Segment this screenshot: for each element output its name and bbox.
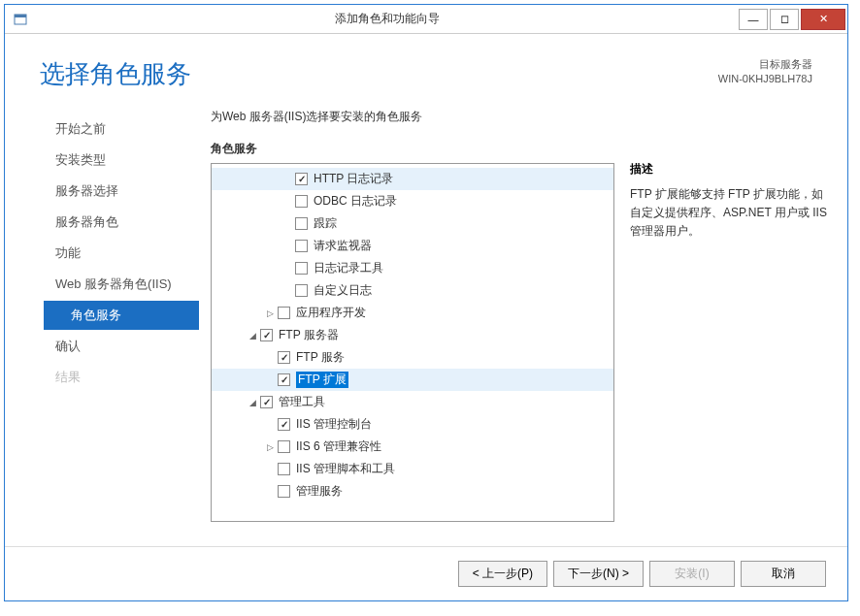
tree-checkbox[interactable] bbox=[295, 284, 308, 297]
target-server-name: WIN-0KHJ9BLH78J bbox=[718, 72, 812, 86]
description-panel: 描述 FTP 扩展能够支持 FTP 扩展功能，如自定义提供程序、ASP.NET … bbox=[614, 109, 828, 538]
tree-checkbox[interactable] bbox=[295, 262, 308, 275]
tree-checkbox[interactable] bbox=[278, 351, 290, 364]
cancel-button[interactable]: 取消 bbox=[741, 561, 826, 587]
description-title: 描述 bbox=[630, 161, 828, 178]
tree-checkbox[interactable] bbox=[278, 307, 290, 319]
previous-button[interactable]: < 上一步(P) bbox=[458, 561, 547, 587]
tree-checkbox[interactable] bbox=[278, 373, 290, 386]
expander-spacer bbox=[264, 419, 276, 431]
tree-checkbox[interactable] bbox=[278, 418, 290, 431]
header-row: 选择角色服务 目标服务器 WIN-0KHJ9BLH78J bbox=[5, 34, 847, 99]
tree-item-label: 日志记录工具 bbox=[314, 260, 383, 276]
tree-checkbox[interactable] bbox=[295, 195, 308, 208]
tree-item-label: 管理服务 bbox=[296, 483, 343, 500]
description-text: FTP 扩展能够支持 FTP 扩展功能，如自定义提供程序、ASP.NET 用户或… bbox=[630, 185, 828, 242]
tree-item-label: IIS 管理控制台 bbox=[296, 416, 372, 433]
close-button[interactable]: ✕ bbox=[801, 9, 845, 30]
center-panel: 为Web 服务器(IIS)选择要安装的角色服务 角色服务 HTTP 日志记录OD… bbox=[199, 109, 614, 538]
tree-item-label: 请求监视器 bbox=[314, 238, 372, 254]
tree-item-label: ODBC 日志记录 bbox=[314, 193, 397, 210]
tree-item-label: FTP 扩展 bbox=[296, 372, 348, 388]
window-controls: — ◻ ✕ bbox=[739, 9, 847, 30]
expander-icon[interactable]: ▷ bbox=[264, 441, 276, 453]
tree-item-0[interactable]: HTTP 日志记录 bbox=[212, 168, 613, 190]
tree-item-14[interactable]: 管理服务 bbox=[212, 480, 613, 503]
target-server-label: 目标服务器 bbox=[718, 57, 812, 72]
sidebar-item-4[interactable]: 功能 bbox=[44, 239, 199, 268]
tree-item-13[interactable]: IIS 管理脚本和工具 bbox=[212, 458, 613, 480]
button-row: < 上一步(P) 下一步(N) > 安装(I) 取消 bbox=[5, 546, 847, 600]
sidebar-item-8: 结果 bbox=[44, 363, 199, 392]
role-services-tree[interactable]: HTTP 日志记录ODBC 日志记录跟踪请求监视器日志记录工具自定义日志▷应用程… bbox=[211, 163, 614, 522]
svg-rect-1 bbox=[15, 15, 26, 17]
titlebar: 添加角色和功能向导 — ◻ ✕ bbox=[5, 5, 847, 34]
app-icon bbox=[13, 12, 28, 27]
tree-item-label: 跟踪 bbox=[314, 215, 337, 232]
tree-checkbox[interactable] bbox=[260, 329, 273, 341]
sidebar-item-5[interactable]: Web 服务器角色(IIS) bbox=[44, 270, 199, 299]
expander-spacer bbox=[281, 263, 293, 275]
tree-item-label: 应用程序开发 bbox=[296, 305, 366, 321]
instruction-text: 为Web 服务器(IIS)选择要安装的角色服务 bbox=[211, 109, 614, 125]
tree-item-3[interactable]: 请求监视器 bbox=[212, 235, 613, 257]
minimize-button[interactable]: — bbox=[739, 9, 768, 30]
expander-spacer bbox=[264, 352, 276, 364]
tree-item-label: IIS 6 管理兼容性 bbox=[296, 438, 381, 455]
section-label: 角色服务 bbox=[211, 141, 614, 157]
tree-checkbox[interactable] bbox=[260, 396, 273, 408]
page-title: 选择角色服务 bbox=[40, 57, 718, 91]
expander-icon[interactable]: ◢ bbox=[247, 397, 258, 408]
expander-spacer bbox=[264, 464, 276, 475]
content-area: 选择角色服务 目标服务器 WIN-0KHJ9BLH78J 开始之前安装类型服务器… bbox=[5, 34, 847, 600]
server-info: 目标服务器 WIN-0KHJ9BLH78J bbox=[718, 57, 812, 87]
tree-item-1[interactable]: ODBC 日志记录 bbox=[212, 190, 613, 212]
tree-item-5[interactable]: 自定义日志 bbox=[212, 279, 613, 302]
sidebar-item-1[interactable]: 安装类型 bbox=[44, 146, 199, 175]
sidebar: 开始之前安装类型服务器选择服务器角色功能Web 服务器角色(IIS)角色服务确认… bbox=[5, 109, 199, 538]
tree-item-11[interactable]: IIS 管理控制台 bbox=[212, 413, 613, 436]
tree-item-label: HTTP 日志记录 bbox=[314, 171, 393, 187]
wizard-window: 添加角色和功能向导 — ◻ ✕ 选择角色服务 目标服务器 WIN-0KHJ9BL… bbox=[4, 4, 848, 601]
tree-checkbox[interactable] bbox=[278, 440, 290, 453]
main-area: 开始之前安装类型服务器选择服务器角色功能Web 服务器角色(IIS)角色服务确认… bbox=[5, 99, 847, 538]
tree-item-6[interactable]: ▷应用程序开发 bbox=[212, 302, 613, 324]
tree-item-2[interactable]: 跟踪 bbox=[212, 212, 613, 235]
tree-checkbox[interactable] bbox=[295, 240, 308, 252]
tree-item-9[interactable]: FTP 扩展 bbox=[212, 369, 613, 391]
window-title: 添加角色和功能向导 bbox=[36, 11, 739, 27]
expander-spacer bbox=[281, 174, 293, 185]
maximize-button[interactable]: ◻ bbox=[770, 9, 799, 30]
next-button[interactable]: 下一步(N) > bbox=[553, 561, 644, 587]
sidebar-item-3[interactable]: 服务器角色 bbox=[44, 208, 199, 237]
tree-checkbox[interactable] bbox=[278, 463, 290, 475]
install-button: 安装(I) bbox=[649, 561, 735, 587]
expander-spacer bbox=[281, 218, 293, 230]
expander-spacer bbox=[281, 241, 293, 252]
sidebar-item-6[interactable]: 角色服务 bbox=[44, 301, 199, 330]
expander-spacer bbox=[264, 374, 276, 386]
tree-item-7[interactable]: ◢FTP 服务器 bbox=[212, 324, 613, 346]
tree-item-12[interactable]: ▷IIS 6 管理兼容性 bbox=[212, 436, 613, 458]
tree-item-label: FTP 服务 bbox=[296, 349, 345, 366]
tree-checkbox[interactable] bbox=[295, 173, 308, 185]
tree-item-label: 自定义日志 bbox=[314, 282, 372, 299]
tree-item-10[interactable]: ◢管理工具 bbox=[212, 391, 613, 413]
expander-icon[interactable]: ◢ bbox=[247, 330, 258, 341]
tree-checkbox[interactable] bbox=[278, 485, 290, 498]
expander-spacer bbox=[281, 285, 293, 297]
sidebar-item-2[interactable]: 服务器选择 bbox=[44, 177, 199, 206]
expander-icon[interactable]: ▷ bbox=[264, 308, 276, 319]
tree-item-4[interactable]: 日志记录工具 bbox=[212, 257, 613, 279]
tree-item-label: 管理工具 bbox=[279, 394, 325, 410]
expander-spacer bbox=[281, 196, 293, 208]
expander-spacer bbox=[264, 486, 276, 498]
tree-item-label: IIS 管理脚本和工具 bbox=[296, 461, 395, 477]
tree-checkbox[interactable] bbox=[295, 217, 308, 230]
tree-item-label: FTP 服务器 bbox=[279, 327, 339, 343]
sidebar-item-0[interactable]: 开始之前 bbox=[44, 114, 199, 144]
tree-item-8[interactable]: FTP 服务 bbox=[212, 346, 613, 369]
sidebar-item-7[interactable]: 确认 bbox=[44, 332, 199, 361]
